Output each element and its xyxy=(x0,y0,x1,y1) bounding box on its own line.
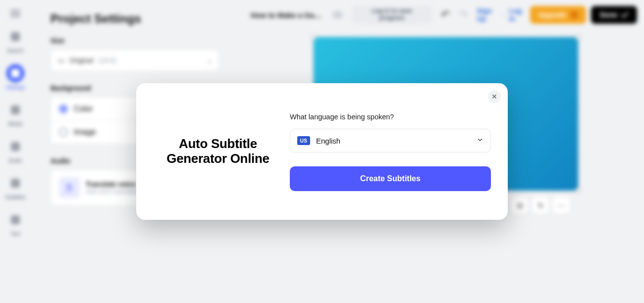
language-select[interactable]: US English xyxy=(290,129,491,152)
create-subtitles-button[interactable]: Create Subtitles xyxy=(290,166,491,191)
language-value: English xyxy=(316,137,340,145)
modal-title: Auto Subtitle Generator Online xyxy=(166,137,269,166)
auto-subtitle-modal: ✕ Auto Subtitle Generator Online What la… xyxy=(136,83,508,220)
language-prompt: What language is being spoken? xyxy=(290,113,491,121)
close-button[interactable]: ✕ xyxy=(488,90,501,103)
chevron-down-icon xyxy=(477,137,483,145)
modal-backdrop: ✕ Auto Subtitle Generator Online What la… xyxy=(0,0,644,303)
create-subtitles-label: Create Subtitles xyxy=(360,174,421,183)
flag-icon: US xyxy=(297,136,310,145)
close-icon: ✕ xyxy=(491,93,497,101)
